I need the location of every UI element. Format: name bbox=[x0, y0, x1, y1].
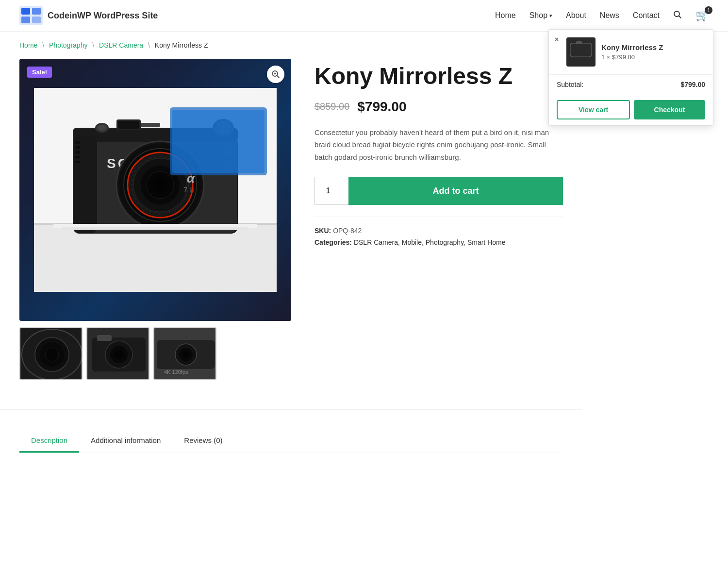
svg-point-52 bbox=[98, 125, 106, 131]
nav-shop[interactable]: Shop ▾ bbox=[529, 11, 552, 20]
thumbnail-2[interactable] bbox=[86, 327, 149, 380]
svg-rect-49 bbox=[75, 156, 80, 158]
cart-subtotal-amount: $799.00 bbox=[680, 81, 705, 88]
thumbnail-row: 4K 120fps bbox=[19, 327, 291, 380]
main-product-image: SONY α 7 III bbox=[19, 59, 291, 321]
svg-point-60 bbox=[45, 348, 59, 361]
cart-subtotal: Subtotal: $799.00 bbox=[549, 74, 713, 94]
cart-actions: View cart Checkout bbox=[549, 94, 713, 125]
cart-item-qty: 1 × $799.00 bbox=[601, 53, 705, 61]
quantity-input[interactable] bbox=[314, 177, 348, 205]
logo-icon bbox=[19, 6, 43, 25]
svg-rect-2 bbox=[32, 8, 41, 15]
add-to-cart-row: Add to cart bbox=[314, 177, 563, 205]
camera-svg: SONY α 7 III bbox=[34, 88, 277, 292]
svg-text:7 III: 7 III bbox=[183, 186, 195, 194]
main-nav: Home Shop ▾ About News Contact 🛒 1 bbox=[495, 9, 709, 22]
search-icon[interactable] bbox=[673, 10, 682, 21]
thumbnail-1[interactable] bbox=[19, 327, 83, 380]
sku-value: OPQ-842 bbox=[333, 227, 362, 235]
cart-item-thumbnail bbox=[566, 37, 596, 67]
svg-point-66 bbox=[114, 350, 124, 359]
svg-rect-28 bbox=[118, 121, 139, 129]
thumb-svg-3: 4K 120fps bbox=[154, 328, 216, 380]
cart-badge: 1 bbox=[705, 6, 712, 14]
cart-close-button[interactable]: × bbox=[555, 35, 559, 43]
category-smart-home[interactable]: Smart Home bbox=[467, 238, 506, 246]
product-categories: Categories: DSLR Camera, Mobile, Photogr… bbox=[314, 238, 563, 246]
header: CodeinWP WordPress Site Home Shop ▾ Abou… bbox=[0, 0, 728, 32]
product-title: Kony Mirrorless Z bbox=[314, 64, 563, 89]
product-images: Sale! bbox=[19, 59, 291, 380]
svg-rect-50 bbox=[75, 161, 80, 163]
svg-point-72 bbox=[182, 351, 189, 358]
svg-rect-12 bbox=[576, 41, 582, 44]
svg-rect-4 bbox=[32, 17, 41, 23]
sale-badge: Sale! bbox=[27, 67, 52, 78]
nav-home[interactable]: Home bbox=[495, 11, 516, 20]
tab-description[interactable]: Description bbox=[19, 429, 79, 453]
cart-dropdown: × Kony Mirrorless Z 1 × $799.00 Subtotal… bbox=[548, 29, 713, 126]
categories-label: Categories: bbox=[314, 238, 352, 246]
cart-item-info: Kony Mirrorless Z 1 × $799.00 bbox=[601, 43, 705, 61]
product-tabs-section: Description Additional information Revie… bbox=[0, 409, 582, 453]
product-divider bbox=[314, 217, 563, 217]
cart-subtotal-label: Subtotal: bbox=[557, 81, 583, 88]
cart-thumb-image bbox=[566, 37, 596, 67]
zoom-icon[interactable] bbox=[267, 66, 284, 83]
tab-additional-info[interactable]: Additional information bbox=[79, 429, 172, 453]
price-wrap: $859.00 $799.00 bbox=[314, 99, 563, 115]
svg-line-14 bbox=[277, 76, 280, 78]
svg-line-6 bbox=[679, 16, 681, 18]
add-to-cart-button[interactable]: Add to cart bbox=[348, 177, 563, 205]
thumbnail-3[interactable]: 4K 120fps bbox=[153, 327, 216, 380]
nav-news[interactable]: News bbox=[600, 11, 619, 20]
tab-reviews[interactable]: Reviews (0) bbox=[172, 429, 234, 453]
logo-text: CodeinWP WordPress Site bbox=[48, 11, 158, 21]
svg-rect-56 bbox=[172, 110, 265, 173]
breadcrumb-dslr[interactable]: DSLR Camera bbox=[99, 41, 143, 49]
svg-rect-1 bbox=[21, 8, 30, 15]
svg-point-37 bbox=[153, 178, 167, 192]
product-description: Consectetur you probably haven't heard o… bbox=[314, 126, 563, 164]
cart-dropdown-item: × Kony Mirrorless Z 1 × $799.00 bbox=[549, 30, 713, 74]
view-cart-button[interactable]: View cart bbox=[557, 100, 630, 119]
svg-rect-48 bbox=[75, 151, 80, 153]
tabs-row: Description Additional information Revie… bbox=[19, 429, 563, 453]
checkout-button[interactable]: Checkout bbox=[634, 100, 705, 119]
nav-contact[interactable]: Contact bbox=[633, 11, 660, 20]
cart-item-name: Kony Mirrorless Z bbox=[601, 43, 705, 51]
breadcrumb-home[interactable]: Home bbox=[19, 41, 37, 49]
breadcrumb-current: Kony Mirrorless Z bbox=[155, 41, 208, 49]
product-page: Sale! bbox=[0, 59, 582, 400]
svg-rect-67 bbox=[97, 335, 112, 341]
breadcrumb-sep-1: \ bbox=[42, 41, 44, 49]
category-mobile[interactable]: Mobile bbox=[402, 238, 422, 246]
svg-rect-54 bbox=[63, 227, 248, 230]
product-sku: SKU: OPQ-842 bbox=[314, 227, 563, 235]
price-original: $859.00 bbox=[314, 101, 349, 112]
chevron-down-icon: ▾ bbox=[549, 13, 552, 19]
svg-text:4K 120fps: 4K 120fps bbox=[164, 369, 188, 375]
svg-rect-18 bbox=[34, 224, 277, 292]
logo[interactable]: CodeinWP WordPress Site bbox=[19, 6, 158, 25]
nav-about[interactable]: About bbox=[566, 11, 586, 20]
main-image-container: Sale! bbox=[19, 59, 291, 321]
breadcrumb-photography[interactable]: Photography bbox=[49, 41, 87, 49]
svg-rect-47 bbox=[75, 146, 80, 149]
breadcrumb-sep-2: \ bbox=[92, 41, 94, 49]
thumb-svg-2 bbox=[87, 328, 149, 380]
category-dslr[interactable]: DSLR Camera bbox=[354, 238, 398, 246]
price-sale: $799.00 bbox=[357, 99, 406, 115]
svg-rect-3 bbox=[21, 17, 30, 23]
breadcrumb-sep-3: \ bbox=[148, 41, 150, 49]
cart-icon-wrap[interactable]: 🛒 1 bbox=[695, 9, 709, 22]
thumb-svg-1 bbox=[20, 328, 83, 380]
sku-label: SKU: bbox=[314, 227, 331, 235]
svg-rect-46 bbox=[75, 141, 80, 144]
category-photography[interactable]: Photography bbox=[426, 238, 463, 246]
product-info: Kony Mirrorless Z $859.00 $799.00 Consec… bbox=[314, 59, 563, 380]
